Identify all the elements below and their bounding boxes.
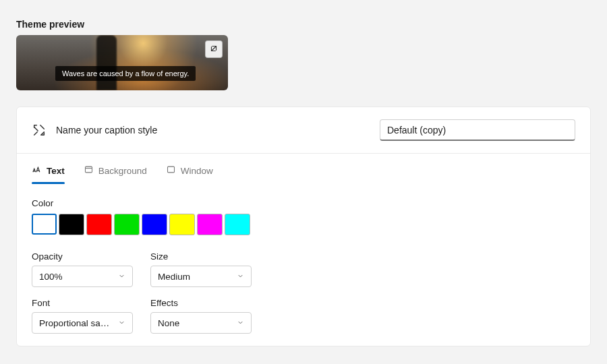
size-select[interactable]: Medium [150, 266, 252, 287]
tab-window[interactable]: Window [166, 162, 213, 183]
color-swatch-blue[interactable] [142, 214, 167, 235]
color-swatch-green[interactable] [114, 214, 140, 235]
opacity-value: 100% [39, 272, 118, 282]
effects-field: Effects None [150, 298, 258, 334]
opacity-label: Opacity [32, 251, 140, 262]
chevron-down-icon [237, 318, 244, 328]
text-options-grid: Opacity 100% Size Medium Fon [17, 235, 590, 339]
size-field: Size Medium [150, 251, 258, 287]
window-icon [166, 164, 176, 177]
font-label: Font [32, 298, 140, 308]
tab-bar: Text Background Window [17, 154, 590, 183]
style-name-row: Name your caption style [17, 107, 590, 153]
caption-sample-text: Waves are caused by a flow of energy. [55, 66, 196, 81]
color-swatch-red[interactable] [86, 214, 112, 235]
font-value: Proportional sans s... [39, 318, 118, 328]
style-edit-icon [32, 123, 47, 138]
caption-style-editor: Theme preview Waves are caused by a flow… [0, 0, 607, 346]
chevron-down-icon [237, 272, 244, 282]
color-swatch-cyan[interactable] [225, 214, 250, 235]
effects-label: Effects [150, 298, 258, 308]
expand-preview-button[interactable] [205, 40, 223, 58]
svg-rect-0 [85, 166, 92, 173]
tab-label: Text [47, 166, 65, 176]
font-field: Font Proportional sans s... [32, 298, 140, 334]
tab-background[interactable]: Background [84, 162, 147, 183]
theme-preview-heading: Theme preview [16, 19, 591, 30]
size-value: Medium [158, 272, 237, 282]
theme-preview-card: Waves are caused by a flow of energy. [16, 35, 228, 90]
tab-label: Window [181, 166, 213, 176]
chevron-down-icon [118, 318, 125, 328]
size-label: Size [150, 251, 258, 262]
text-size-icon [32, 164, 42, 177]
color-swatch-magenta[interactable] [197, 214, 223, 235]
expand-icon [209, 44, 219, 55]
opacity-select[interactable]: 100% [32, 266, 133, 287]
style-name-label: Name your caption style [56, 125, 157, 135]
effects-value: None [158, 318, 237, 328]
chevron-down-icon [118, 272, 125, 282]
color-section-label: Color [17, 183, 590, 214]
effects-select[interactable]: None [150, 312, 252, 334]
color-swatch-row [17, 214, 590, 235]
background-box-icon [84, 164, 94, 177]
color-swatch-yellow[interactable] [169, 214, 195, 235]
opacity-field: Opacity 100% [32, 251, 140, 287]
svg-rect-1 [167, 166, 174, 173]
tab-label: Background [98, 166, 147, 176]
color-swatch-black[interactable] [59, 214, 84, 235]
caption-style-panel: Name your caption style Text [16, 107, 591, 346]
font-select[interactable]: Proportional sans s... [32, 312, 133, 334]
tab-text[interactable]: Text [32, 162, 65, 183]
color-swatch-white[interactable] [32, 214, 57, 235]
style-name-input[interactable] [380, 119, 575, 141]
